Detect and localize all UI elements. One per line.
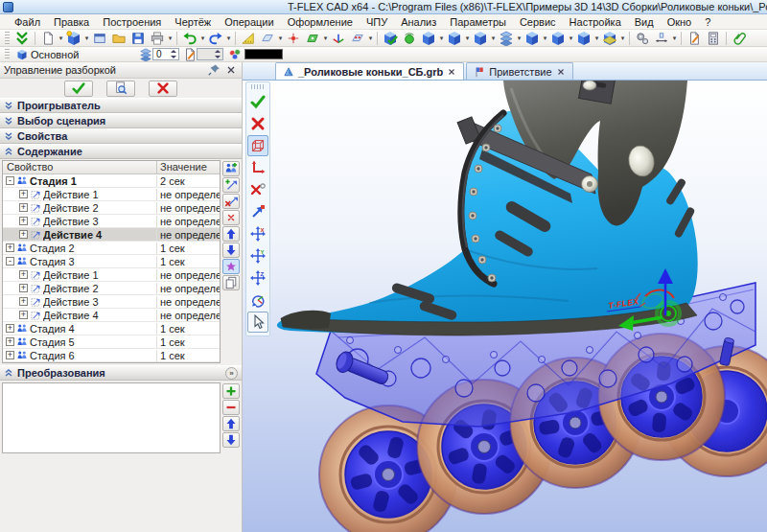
assembly-tools-icon[interactable] [633,30,652,46]
undo-dropdown[interactable]: ▾ [199,30,206,46]
menu-cnc[interactable]: ЧПУ [360,16,394,28]
close-icon[interactable] [224,64,238,77]
move-x-button[interactable] [247,223,268,244]
measure-icon[interactable] [239,30,258,46]
new-document-dropdown[interactable]: ▾ [58,30,64,46]
add-transform-button[interactable] [222,383,240,399]
tab-assembly-document[interactable]: _Роликовые коньки_СБ.grb [275,62,464,80]
ok-button[interactable] [247,91,268,112]
rollback-icon[interactable] [400,30,419,46]
table-row-stage-4[interactable]: + Стадия 4 1 сек [3,322,220,335]
spinner-arrows[interactable] [170,49,177,59]
table-row-action-selected[interactable]: + Действие 4 не определено [3,228,220,242]
section-op-icon[interactable] [600,30,619,46]
expand-toggle[interactable]: + [6,243,14,252]
print-icon[interactable] [148,30,167,46]
add-action-button[interactable] [222,177,240,193]
coordinate-point-icon[interactable] [284,30,303,46]
tab-close-icon[interactable] [556,67,566,77]
workplane-dropdown[interactable]: ▾ [277,30,284,46]
spinner-arrows[interactable] [214,49,221,59]
preview-button[interactable] [106,81,135,97]
new-3d-model-icon[interactable] [64,30,83,46]
expand-toggle[interactable]: + [6,337,14,346]
table-row-action[interactable]: + Действие 1 не определено [3,268,220,282]
table-row-action[interactable]: + Действие 4 не определено [3,309,220,322]
delete-coordinate-system-button[interactable] [247,179,268,200]
update-view-button[interactable] [222,259,240,274]
table-row-action[interactable]: + Действие 2 не определено [3,282,220,295]
tab-welcome[interactable]: Приветствие [466,62,572,80]
menu-service[interactable]: Сервис [513,16,563,28]
expand-toggle[interactable]: + [19,297,28,306]
apply-operation-icon[interactable] [381,30,400,46]
layer-selector[interactable]: Основной [12,49,128,60]
menu-formatting[interactable]: Оформление [281,16,360,28]
section-content[interactable]: Содержание [0,144,242,159]
remove-transform-button[interactable] [222,400,240,415]
table-row-stage-1[interactable]: - Стадия 1 2 сек [3,174,220,188]
transformations-list[interactable] [2,382,221,453]
expand-toggle[interactable]: - [6,257,14,266]
sketch-dropdown[interactable]: ▾ [367,30,374,46]
blend-dropdown[interactable]: ▾ [593,30,600,46]
expand-toggle[interactable]: + [19,284,28,292]
section-dropdown[interactable]: ▾ [619,30,626,46]
3d-viewport[interactable]: T-FLEX [243,81,767,532]
new-document-icon[interactable] [38,30,58,46]
menu-settings[interactable]: Настройка [563,16,628,28]
calculator-icon[interactable] [704,30,723,46]
table-row-action[interactable]: + Действие 3 не определено [3,215,220,228]
menu-operations[interactable]: Операции [218,16,280,28]
blend-op-icon[interactable] [574,30,593,46]
edit-level-icon[interactable] [183,48,197,61]
shell-dropdown[interactable]: ▾ [568,30,574,46]
section-scenario[interactable]: Выбор сценария [0,113,242,128]
expand-toggle[interactable]: + [19,230,28,239]
menu-view[interactable]: Вид [628,16,661,28]
rotate-button[interactable] [247,289,268,311]
extrusion-icon[interactable] [419,30,438,46]
copy-button[interactable] [222,275,240,290]
menu-file[interactable]: Файл [8,16,47,28]
save-icon[interactable] [128,30,148,46]
expand-toggle[interactable]: + [6,324,14,333]
cancel-button[interactable] [149,81,177,97]
extrusion-dropdown[interactable]: ▾ [438,30,445,46]
dimension-icon[interactable] [652,30,671,46]
modify-dropdown[interactable]: ▾ [542,30,548,46]
move-y-button[interactable] [247,245,268,266]
menu-analysis[interactable]: Анализ [394,16,443,28]
collapse-chevrons-icon[interactable] [12,30,32,46]
current-color-swatch[interactable] [244,49,283,59]
delete-button[interactable] [222,210,240,225]
tab-close-icon[interactable] [447,67,456,77]
section-more-button[interactable]: » [225,367,238,380]
boolean-op-icon[interactable] [471,30,490,46]
rotation-dropdown[interactable]: ▾ [464,30,471,46]
section-properties[interactable]: Свойства [0,128,242,144]
table-row-stage-3[interactable]: - Стадия 3 1 сек [3,255,220,268]
expand-toggle[interactable]: + [19,217,28,225]
pin-icon[interactable] [207,64,221,77]
coordinate-system-icon[interactable] [329,30,348,46]
workplane-create-icon[interactable] [303,30,322,46]
dimension-dropdown[interactable]: ▾ [671,30,678,46]
new-window-icon[interactable] [90,30,109,46]
detail-spinner[interactable] [197,48,223,60]
open-icon[interactable] [109,30,128,46]
section-transformations[interactable]: Преобразования » [0,365,242,381]
workplane-icon[interactable] [258,30,277,46]
rotation-op-icon[interactable] [445,30,464,46]
menu-parameters[interactable]: Параметры [443,16,513,28]
shell-op-icon[interactable] [548,30,568,46]
sketch-plane-icon[interactable] [348,30,367,46]
menu-help[interactable]: ? [698,16,717,28]
edit-document-icon[interactable] [685,30,704,46]
pattern-op-icon[interactable] [497,30,516,46]
reset-action-button[interactable] [222,194,240,209]
expand-toggle[interactable]: + [19,270,28,279]
new-3d-dropdown[interactable]: ▾ [83,30,90,46]
section-player[interactable]: Проигрыватель [0,98,242,113]
undo-icon[interactable] [180,30,199,46]
